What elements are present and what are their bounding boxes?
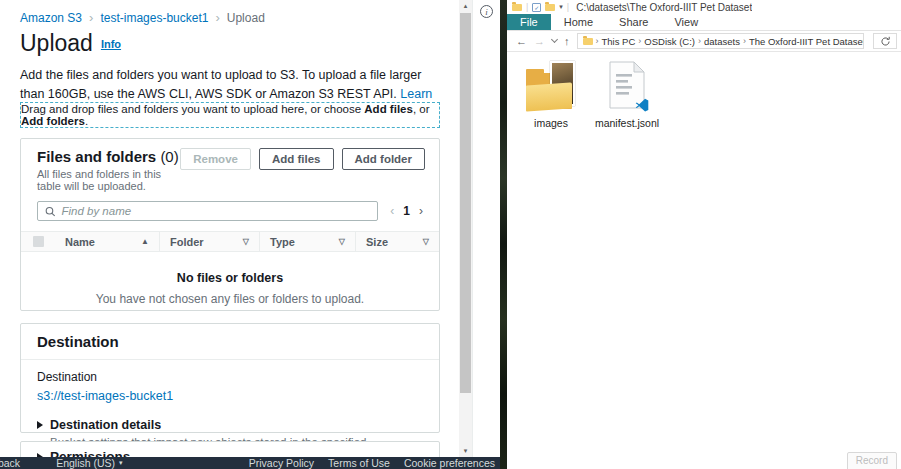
- info-link[interactable]: Info: [101, 38, 121, 50]
- properties-quick-icon[interactable]: ✓: [532, 3, 541, 12]
- ribbon-tabs: File Home Share View: [507, 14, 901, 31]
- terms-of-use-link[interactable]: Terms of Use: [328, 457, 390, 469]
- destination-card-title: Destination: [37, 333, 423, 350]
- column-header-size[interactable]: Size ▽: [355, 232, 439, 251]
- tab-home[interactable]: Home: [551, 14, 606, 30]
- privacy-policy-link[interactable]: Privacy Policy: [249, 457, 314, 469]
- sort-ascending-icon: ▲: [141, 237, 149, 246]
- record-button[interactable]: Record: [847, 452, 897, 469]
- remove-button[interactable]: Remove: [180, 148, 251, 170]
- address-crumb-current[interactable]: The Oxford-IIIT Pet Dataset: [749, 36, 864, 47]
- column-header-type[interactable]: Type ▽: [259, 232, 355, 251]
- breadcrumb: Amazon S3 › test-images-bucket1 › Upload: [20, 10, 265, 25]
- address-crumb-this-pc[interactable]: This PC: [602, 36, 636, 47]
- destination-bucket-link[interactable]: s3://test-images-bucket1: [37, 389, 173, 403]
- filter-icon: ▽: [423, 237, 429, 246]
- files-count: (0): [160, 148, 178, 165]
- feedback-link[interactable]: Feedback: [0, 457, 20, 469]
- file-explorer-window: | ✓ ▾ | C:\datasets\The Oxford-IIIT Pet …: [507, 0, 901, 469]
- current-page-number[interactable]: 1: [403, 204, 410, 218]
- find-by-name-input[interactable]: [61, 205, 370, 217]
- files-table-header: Name ▲ Folder ▽ Type ▽ Size ▽: [21, 231, 439, 252]
- files-card-subtitle: All files and folders in this table will…: [37, 168, 180, 192]
- aws-s3-upload-page: Amazon S3 › test-images-bucket1 › Upload…: [0, 0, 500, 469]
- caret-down-icon: ▾: [119, 459, 123, 467]
- dropzone-add-files: Add files: [364, 103, 413, 115]
- address-folder-icon: [583, 38, 593, 45]
- info-icon[interactable]: i: [480, 5, 493, 18]
- recent-locations-icon[interactable]: [551, 36, 558, 43]
- destination-details-expander[interactable]: Destination details: [37, 418, 423, 432]
- breadcrumb-current: Upload: [227, 11, 265, 25]
- language-selector[interactable]: English (US) ▾: [56, 457, 122, 469]
- tab-view[interactable]: View: [661, 14, 711, 30]
- add-files-button[interactable]: Add files: [259, 148, 334, 170]
- help-panel-rail: i: [472, 0, 500, 457]
- refresh-icon: [880, 36, 891, 47]
- scrollbar-thumb[interactable]: [460, 13, 471, 393]
- permissions-card: Permissions: [20, 441, 440, 457]
- console-footer: Feedback English (US) ▾ Privacy Policy T…: [0, 457, 500, 469]
- tab-share[interactable]: Share: [606, 14, 661, 30]
- destination-label: Destination: [37, 370, 423, 384]
- jsonl-file-icon: [600, 58, 654, 116]
- breadcrumb-amazon-s3[interactable]: Amazon S3: [20, 11, 82, 25]
- navigation-bar: ← → ↑ › This PC › OSDisk (C:) › datasets…: [507, 31, 901, 52]
- tab-file[interactable]: File: [507, 14, 551, 30]
- page-title: UploadInfo: [20, 30, 121, 57]
- pagination: ‹ 1 ›: [390, 204, 423, 218]
- previous-page-icon[interactable]: ‹: [390, 204, 394, 218]
- select-all-checkbox[interactable]: [33, 236, 44, 247]
- new-folder-quick-icon[interactable]: [545, 4, 555, 11]
- address-bar[interactable]: › This PC › OSDisk (C:) › datasets › The…: [577, 33, 865, 49]
- folder-item-images[interactable]: images: [519, 58, 583, 129]
- drag-drop-zone[interactable]: Drag and drop files and folders you want…: [20, 102, 440, 128]
- column-header-folder[interactable]: Folder ▽: [159, 232, 259, 251]
- desktop-wallpaper: [500, 0, 507, 469]
- destination-card: Destination Destination s3://test-images…: [20, 323, 440, 433]
- up-icon[interactable]: ↑: [564, 36, 570, 47]
- window-title: C:\datasets\The Oxford-IIIT Pet Dataset: [576, 2, 752, 13]
- search-box[interactable]: [37, 201, 378, 221]
- screenshot-root: Amazon S3 › test-images-bucket1 › Upload…: [0, 0, 901, 469]
- scroll-up-icon[interactable]: ▴: [459, 1, 472, 11]
- aws-page-content: Amazon S3 › test-images-bucket1 › Upload…: [0, 0, 460, 457]
- explorer-titlebar[interactable]: | ✓ ▾ | C:\datasets\The Oxford-IIIT Pet …: [507, 0, 901, 14]
- dropzone-add-folders: Add folders: [21, 115, 85, 127]
- explorer-app-icon: [512, 4, 522, 11]
- empty-state: No files or folders You have not chosen …: [21, 252, 439, 306]
- refresh-button[interactable]: [873, 33, 897, 49]
- files-and-folders-card: Files and folders (0) All files and fold…: [20, 138, 440, 311]
- add-folder-button[interactable]: Add folder: [342, 148, 426, 170]
- permissions-expander[interactable]: Permissions: [37, 449, 423, 457]
- forward-icon[interactable]: →: [534, 36, 545, 47]
- breadcrumb-separator-icon: ›: [215, 10, 219, 25]
- explorer-content[interactable]: images: [507, 52, 901, 467]
- files-card-title: Files and folders (0): [37, 148, 180, 165]
- cookie-preferences-link[interactable]: Cookie preferences: [404, 457, 495, 469]
- empty-state-title: No files or folders: [21, 271, 439, 285]
- item-label: images: [534, 117, 568, 129]
- expand-triangle-icon: [37, 421, 43, 429]
- breadcrumb-bucket[interactable]: test-images-bucket1: [100, 11, 208, 25]
- item-label: manifest.jsonl: [595, 117, 659, 129]
- quick-access-caret-icon[interactable]: ▾: [559, 3, 563, 11]
- next-page-icon[interactable]: ›: [419, 204, 423, 218]
- back-icon[interactable]: ←: [516, 36, 527, 47]
- folder-icon: [524, 58, 578, 116]
- file-item-manifest[interactable]: manifest.jsonl: [595, 58, 659, 129]
- address-crumb-datasets[interactable]: datasets: [704, 36, 740, 47]
- empty-state-description: You have not chosen any files or folders…: [21, 292, 439, 306]
- column-header-name[interactable]: Name ▲: [55, 232, 159, 251]
- address-crumb-osdisk[interactable]: OSDisk (C:): [644, 36, 695, 47]
- filter-icon: ▽: [243, 237, 249, 246]
- browser-scrollbar[interactable]: ▴ ▾: [459, 0, 472, 457]
- scroll-down-icon[interactable]: ▾: [459, 446, 472, 456]
- filter-icon: ▽: [339, 237, 345, 246]
- vscode-logo-icon: [635, 98, 649, 112]
- search-icon: [45, 206, 55, 217]
- breadcrumb-separator-icon: ›: [89, 10, 93, 25]
